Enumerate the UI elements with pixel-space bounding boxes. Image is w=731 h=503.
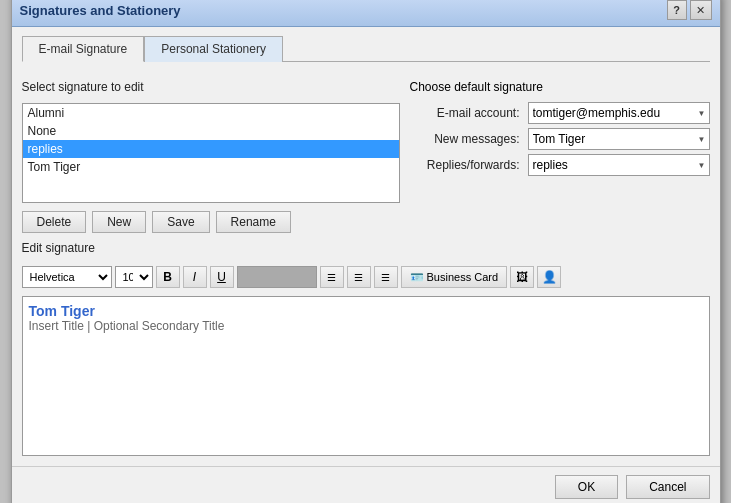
- signatures-stationery-dialog: Signatures and Stationery ? ✕ E-mail Sig…: [11, 0, 721, 503]
- edit-signature-section: Edit signature Helvetica 10. B I U ☰ ☰ ☰: [22, 241, 710, 456]
- tab-personal-stationery[interactable]: Personal Stationery: [144, 36, 283, 62]
- underline-button[interactable]: U: [210, 266, 234, 288]
- size-select[interactable]: 10.: [115, 266, 153, 288]
- ok-button[interactable]: OK: [555, 475, 618, 499]
- choose-default-title: Choose default signature: [410, 80, 710, 94]
- bold-button[interactable]: B: [156, 266, 180, 288]
- signature-buttons: Delete New Save Rename: [22, 211, 400, 233]
- signature-title: Insert Title | Optional Secondary Title: [29, 319, 703, 333]
- email-account-select[interactable]: tomtiger@memphis.edu: [528, 102, 710, 124]
- rename-button[interactable]: Rename: [216, 211, 291, 233]
- email-account-select-wrapper: tomtiger@memphis.edu: [528, 102, 710, 124]
- help-button[interactable]: ?: [667, 0, 687, 20]
- business-card-icon: 🪪: [410, 271, 424, 284]
- signature-list[interactable]: Alumni None replies Tom Tiger: [22, 103, 400, 203]
- font-select[interactable]: Helvetica: [22, 266, 112, 288]
- edit-sig-label: Edit signature: [22, 241, 710, 255]
- insert-person-button[interactable]: 👤: [537, 266, 561, 288]
- close-button[interactable]: ✕: [690, 0, 712, 20]
- new-messages-label: New messages:: [410, 132, 520, 146]
- replies-forwards-select[interactable]: replies: [528, 154, 710, 176]
- email-account-label: E-mail account:: [410, 106, 520, 120]
- align-left-button[interactable]: ☰: [320, 266, 344, 288]
- delete-button[interactable]: Delete: [22, 211, 87, 233]
- tab-email-signature[interactable]: E-mail Signature: [22, 36, 145, 62]
- signature-toolbar: Helvetica 10. B I U ☰ ☰ ☰ 🪪 Business Car…: [22, 263, 710, 291]
- insert-image-button[interactable]: 🖼: [510, 266, 534, 288]
- list-item-selected[interactable]: replies: [23, 140, 399, 158]
- new-button[interactable]: New: [92, 211, 146, 233]
- choose-default-section: Choose default signature E-mail account:…: [410, 80, 710, 180]
- business-card-button[interactable]: 🪪 Business Card: [401, 266, 508, 288]
- save-button[interactable]: Save: [152, 211, 209, 233]
- align-right-button[interactable]: ☰: [374, 266, 398, 288]
- cancel-button[interactable]: Cancel: [626, 475, 709, 499]
- email-account-row: E-mail account: tomtiger@memphis.edu: [410, 102, 710, 124]
- tab-bar: E-mail Signature Personal Stationery: [22, 35, 710, 62]
- left-panel: Select signature to edit Alumni None rep…: [22, 80, 400, 233]
- dialog-title: Signatures and Stationery: [20, 3, 181, 18]
- align-center-button[interactable]: ☰: [347, 266, 371, 288]
- new-messages-select[interactable]: Tom Tiger: [528, 128, 710, 150]
- replies-forwards-label: Replies/forwards:: [410, 158, 520, 172]
- dialog-footer: OK Cancel: [12, 466, 720, 503]
- select-sig-label: Select signature to edit: [22, 80, 400, 94]
- title-bar: Signatures and Stationery ? ✕: [12, 0, 720, 27]
- color-picker[interactable]: [237, 266, 317, 288]
- replies-forwards-row: Replies/forwards: replies: [410, 154, 710, 176]
- main-content: Select signature to edit Alumni None rep…: [22, 70, 710, 233]
- signature-editor[interactable]: Tom Tiger Insert Title | Optional Second…: [22, 296, 710, 456]
- signature-name[interactable]: Tom Tiger: [29, 303, 703, 319]
- dialog-body: E-mail Signature Personal Stationery Sel…: [12, 27, 720, 466]
- list-item[interactable]: None: [23, 122, 399, 140]
- right-panel: Choose default signature E-mail account:…: [410, 80, 710, 233]
- replies-forwards-select-wrapper: replies: [528, 154, 710, 176]
- italic-button[interactable]: I: [183, 266, 207, 288]
- list-item[interactable]: Tom Tiger: [23, 158, 399, 176]
- new-messages-row: New messages: Tom Tiger ←: [410, 128, 710, 150]
- new-messages-select-wrapper: Tom Tiger: [528, 128, 710, 150]
- title-bar-buttons: ? ✕: [667, 0, 712, 20]
- business-card-label: Business Card: [427, 271, 499, 283]
- list-item[interactable]: Alumni: [23, 104, 399, 122]
